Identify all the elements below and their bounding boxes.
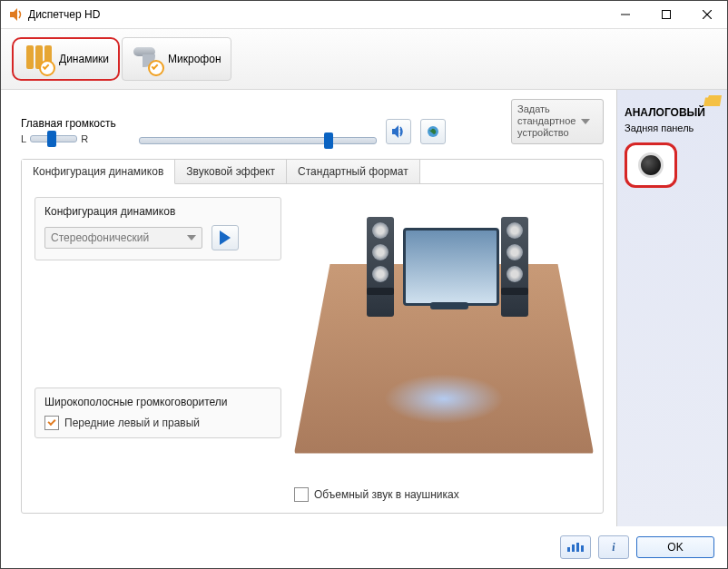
speaker-room-preview bbox=[294, 201, 594, 473]
play-icon bbox=[220, 231, 231, 245]
window-controls bbox=[605, 2, 727, 28]
device-tab-microphone[interactable]: Микрофон bbox=[122, 37, 231, 81]
app-icon bbox=[8, 7, 23, 22]
speaker-sound-icon bbox=[390, 123, 407, 140]
globe-icon bbox=[426, 124, 440, 139]
fullrange-group-title: Широкополосные громкоговорители bbox=[44, 396, 271, 408]
main-panel: Главная громкость L R bbox=[1, 90, 616, 526]
settings-tab-panel: Конфигурация динамиков Звуковой эффект С… bbox=[21, 159, 604, 514]
tab-body-speaker-config: Конфигурация динамиков Стереофонический bbox=[22, 184, 603, 513]
window-title: Диспетчер HD bbox=[28, 8, 100, 21]
close-button[interactable] bbox=[686, 2, 727, 28]
svg-marker-7 bbox=[187, 235, 196, 240]
analog-side-panel: АНАЛОГОВЫЙ Задняя панель bbox=[616, 90, 727, 526]
device-tab-label: Динамики bbox=[59, 53, 109, 65]
tab-speaker-config[interactable]: Конфигурация динамиков bbox=[22, 160, 175, 184]
speaker-front-right-icon[interactable] bbox=[501, 217, 528, 317]
info-icon: i bbox=[612, 541, 615, 554]
speaker-config-select-value: Стереофонический bbox=[51, 231, 149, 244]
info-button[interactable]: i bbox=[598, 535, 629, 559]
bottom-bar: i OK bbox=[1, 526, 727, 568]
advanced-settings-button[interactable] bbox=[560, 535, 591, 559]
mute-button[interactable] bbox=[386, 119, 411, 144]
svg-rect-11 bbox=[581, 545, 584, 552]
front-lr-checkbox[interactable]: Передние левый и правый bbox=[44, 416, 271, 430]
chevron-down-icon bbox=[581, 119, 590, 124]
default-device-line1: Задать bbox=[517, 103, 576, 115]
microphone-icon bbox=[132, 44, 162, 74]
equalizer-icon bbox=[566, 542, 585, 553]
device-tab-speakers[interactable]: Динамики bbox=[12, 37, 120, 81]
volume-row: Главная громкость L R bbox=[21, 99, 604, 144]
balance-left-label: L bbox=[21, 133, 26, 144]
sound-scheme-button[interactable] bbox=[420, 119, 446, 144]
ok-button[interactable]: OK bbox=[636, 536, 714, 558]
speaker-config-group-title: Конфигурация динамиков bbox=[44, 205, 271, 218]
app-window: Диспетчер HD Динамики bbox=[0, 0, 728, 569]
main-volume-label: Главная громкость bbox=[21, 117, 130, 130]
front-lr-label: Передние левый и правый bbox=[64, 417, 200, 429]
minimize-button[interactable] bbox=[605, 2, 645, 28]
tv-icon bbox=[403, 228, 499, 306]
title-bar: Диспетчер HD bbox=[1, 1, 727, 29]
device-tab-strip: Динамики Микрофон bbox=[1, 29, 727, 90]
speaker-config-select[interactable]: Стереофонический bbox=[44, 227, 202, 249]
rear-jack-highlight bbox=[625, 142, 677, 188]
balance-slider[interactable] bbox=[30, 135, 77, 142]
checkbox-checked-icon bbox=[44, 416, 59, 430]
settings-tab-strip: Конфигурация динамиков Звуковой эффект С… bbox=[22, 160, 603, 184]
headphone-surround-checkbox[interactable]: Объемный звук в наушниках bbox=[294, 487, 459, 502]
svg-marker-5 bbox=[392, 125, 398, 138]
test-play-button[interactable] bbox=[212, 225, 239, 250]
svg-rect-10 bbox=[576, 543, 579, 552]
chevron-down-icon bbox=[187, 233, 196, 242]
balance-right-label: R bbox=[81, 133, 88, 144]
fullrange-group: Широкополосные громкоговорители Передние… bbox=[34, 388, 281, 438]
balance-control: L R bbox=[21, 133, 130, 144]
headphone-surround-label: Объемный звук в наушниках bbox=[314, 488, 459, 501]
main-volume-column: Главная громкость L R bbox=[21, 117, 130, 144]
tab-default-format[interactable]: Стандартный формат bbox=[287, 160, 420, 183]
folder-icon[interactable] bbox=[703, 95, 722, 106]
maximize-button[interactable] bbox=[645, 2, 686, 28]
device-tab-label: Микрофон bbox=[168, 53, 221, 65]
tab-sound-effect[interactable]: Звуковой эффект bbox=[175, 160, 287, 183]
set-default-device-button[interactable]: Задать стандартное устройство bbox=[511, 99, 604, 144]
rear-audio-jack[interactable] bbox=[638, 152, 664, 178]
svg-rect-9 bbox=[572, 544, 575, 552]
svg-rect-2 bbox=[662, 11, 670, 19]
checkbox-unchecked-icon bbox=[294, 487, 309, 502]
speakers-icon bbox=[23, 44, 54, 74]
speaker-front-left-icon[interactable] bbox=[367, 217, 394, 317]
default-device-line2: стандартное bbox=[517, 115, 576, 127]
svg-rect-8 bbox=[567, 547, 570, 552]
analog-title: АНАЛОГОВЫЙ bbox=[625, 106, 720, 119]
speaker-config-group: Конфигурация динамиков Стереофонический bbox=[34, 197, 281, 260]
rear-panel-label: Задняя панель bbox=[625, 123, 720, 133]
svg-marker-0 bbox=[10, 8, 17, 21]
main-volume-slider[interactable] bbox=[139, 137, 377, 144]
default-device-line3: устройство bbox=[517, 127, 576, 139]
